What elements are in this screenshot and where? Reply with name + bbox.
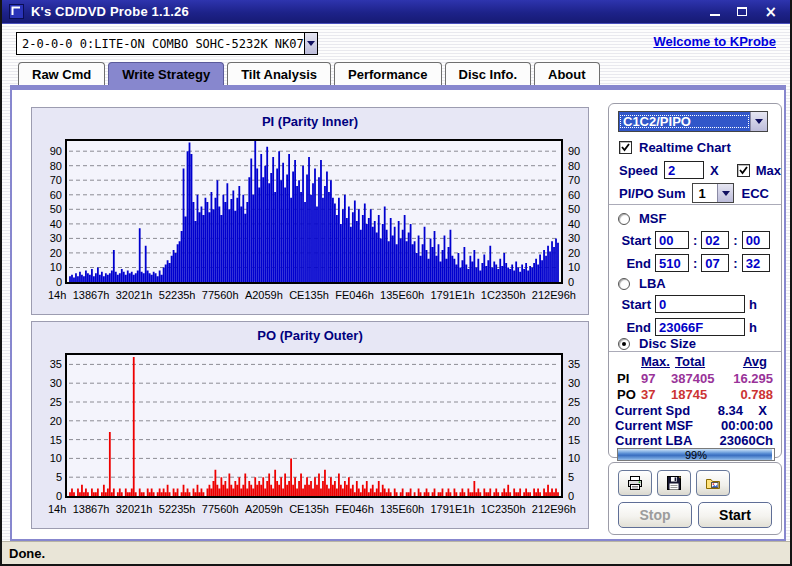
lba-start-input[interactable] [655,295,745,313]
x-tick-label: 1791E1h [430,289,474,301]
stats-header-avg: Avg [743,354,767,369]
po-chart-title: PO (Parity Outer) [32,328,588,343]
y-tick-label: 90 [568,145,580,157]
po-chart-plot [65,353,563,498]
x-tick-label: 13867h [73,289,110,301]
realtime-chart-checkbox[interactable] [619,141,632,154]
window-title: K's CD/DVD Probe 1.1.26 [31,4,189,19]
pipo-sum-label: PI/PO Sum [619,186,685,201]
x-tick-label: 77560h [202,289,239,301]
msf-radio[interactable] [618,213,630,225]
msf-end-label: End [611,256,651,271]
stats-header-max: Max. [641,354,670,369]
action-buttons-group: Stop Start [608,462,782,535]
colon-separator: : [733,233,737,248]
colon-separator: : [693,233,697,248]
msf-end-sec[interactable] [701,254,729,272]
x-tick-label: 52235h [159,503,196,515]
write-strategy-page: PI (Parity Inner) 0102030405060708090 01… [10,85,786,541]
x-tick-label: FE046h [335,289,374,301]
current-msf-value: 00:00:00 [721,418,773,433]
app-icon [9,4,24,19]
y-tick-label: 60 [50,189,62,201]
disc-size-radio[interactable] [618,338,630,350]
status-text: Done. [9,546,45,561]
hex-suffix: h [749,297,757,312]
msf-start-sec[interactable] [701,231,729,249]
y-tick-label: 5 [56,471,62,483]
lba-end-input[interactable] [655,318,745,336]
mode-combo[interactable]: C1C2/PIPO [618,111,768,132]
y-tick-label: 50 [50,203,62,215]
welcome-link[interactable]: Welcome to KProbe [653,34,776,49]
y-tick-label: 10 [568,261,580,273]
tab-raw-cmd[interactable]: Raw Cmd [18,62,105,85]
x-tick-label: 1C2350h [481,289,526,301]
ecc-label: ECC [741,186,768,201]
chevron-down-icon[interactable] [717,184,733,202]
msf-start-frame[interactable] [742,231,770,249]
pi-y-axis-left: 0102030405060708090 [36,141,62,282]
x-tick-label: 135E60h [380,503,424,515]
y-tick-label: 30 [50,377,62,389]
title-bar: K's CD/DVD Probe 1.1.26 × [2,0,790,24]
pi-chart-plot [65,139,563,284]
po-total-value: 18745 [671,387,707,402]
y-tick-label: 40 [50,218,62,230]
pi-y-axis-right: 0102030405060708090 [568,141,594,282]
drive-select-combo[interactable]: 2-0-0-0 0:LITE-ON COMBO SOHC-5232K NK07 [16,32,318,55]
scan-controls-group: C1C2/PIPO Realtime Chart Speed X [608,103,782,458]
max-speed-label: Max [756,163,781,178]
msf-end-frame[interactable] [742,254,770,272]
y-tick-label: 70 [568,174,580,186]
print-button[interactable] [618,470,652,496]
maximize-icon[interactable] [737,7,747,16]
x-tick-label: 32021h [116,503,153,515]
chevron-down-icon[interactable] [304,33,317,54]
current-spd-value: 8.34 [718,403,743,418]
x-tick-label: 13867h [73,503,110,515]
lba-radio[interactable] [618,278,630,290]
lba-label: LBA [639,276,666,291]
tab-disc-info[interactable]: Disc Info. [445,62,532,85]
pi-row-label: PI [617,371,629,386]
x-tick-label: A2059h [245,289,283,301]
tab-write-strategy[interactable]: Write Strategy [108,62,224,85]
save-image-button[interactable] [696,470,730,496]
pi-chart-title: PI (Parity Inner) [32,114,588,129]
msf-start-min[interactable] [655,231,689,249]
speed-input[interactable] [664,161,704,179]
x-tick-label: 212E96h [532,503,576,515]
y-tick-label: 25 [50,396,62,408]
po-x-axis: 14h13867h32021h52235h77560hA2059hCE135hF… [48,503,576,515]
y-tick-label: 90 [50,145,62,157]
y-tick-label: 0 [56,276,62,288]
current-lba-value: 23060Ch [720,433,773,448]
mode-combo-value: C1C2/PIPO [619,114,750,129]
chevron-down-icon[interactable] [750,112,767,131]
po-avg-value: 0.788 [740,387,773,402]
y-tick-label: 60 [568,189,580,201]
stop-button[interactable]: Stop [618,502,692,528]
current-spd-label: Current Spd [615,403,690,418]
y-tick-label: 80 [50,160,62,172]
x-tick-label: 14h [48,289,66,301]
folder-image-icon [705,475,721,491]
pi-avg-value: 16.295 [733,371,773,386]
start-button[interactable]: Start [698,502,772,528]
floppy-save-icon [666,475,682,491]
status-bar: Done. [2,541,790,564]
tab-about[interactable]: About [534,62,600,85]
pipo-sum-combo[interactable]: 1 [692,183,734,203]
max-speed-checkbox[interactable] [737,164,750,177]
po-row-label: PO [617,387,636,402]
y-tick-label: 15 [50,434,62,446]
x-tick-label: FE046h [335,503,374,515]
tab-performance[interactable]: Performance [334,62,441,85]
save-button[interactable] [657,470,691,496]
msf-end-min[interactable] [655,254,689,272]
tab-tilt-analysis[interactable]: Tilt Analysis [227,62,331,85]
app-window: K's CD/DVD Probe 1.1.26 × 2-0-0-0 0:LITE… [0,0,792,566]
close-icon[interactable]: × [764,5,777,19]
minimize-icon[interactable] [710,14,720,16]
